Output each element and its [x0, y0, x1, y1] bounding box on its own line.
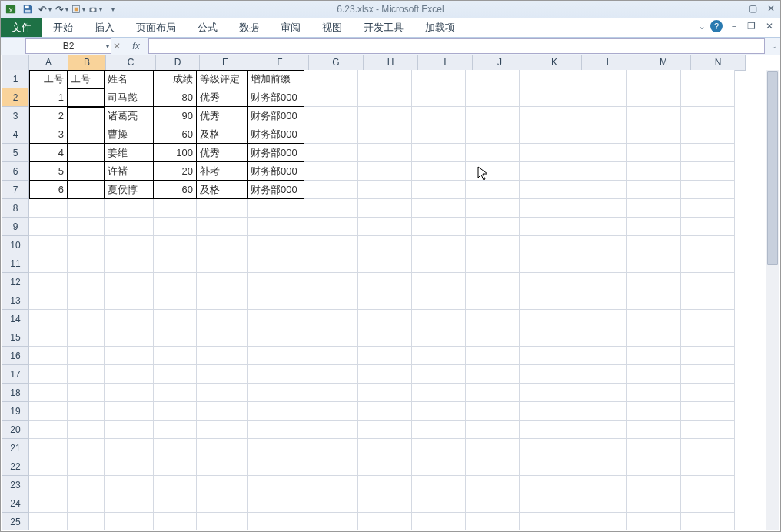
cell[interactable]	[681, 494, 735, 513]
cell[interactable]	[358, 494, 412, 513]
cell[interactable]	[358, 254, 412, 273]
cell[interactable]	[197, 310, 248, 328]
cell[interactable]	[29, 421, 68, 439]
column-header[interactable]: H	[364, 55, 418, 71]
cancel-icon[interactable]: ✕	[111, 41, 122, 52]
cell[interactable]	[627, 162, 681, 181]
cell[interactable]	[466, 254, 520, 273]
cell[interactable]	[466, 402, 520, 421]
cell[interactable]	[29, 476, 68, 494]
cell[interactable]: 80	[154, 88, 197, 107]
ribbon-tab[interactable]: 开始	[42, 18, 84, 37]
cell[interactable]	[68, 181, 105, 199]
cell[interactable]	[68, 328, 105, 347]
cell[interactable]	[520, 236, 573, 254]
cell[interactable]	[105, 236, 154, 254]
cell[interactable]	[248, 439, 304, 457]
cell[interactable]	[466, 439, 520, 457]
row-header[interactable]: 13	[2, 291, 29, 310]
cell[interactable]	[358, 107, 412, 125]
cell[interactable]	[520, 254, 573, 273]
cell[interactable]	[466, 291, 520, 310]
ribbon-options-icon[interactable]: ⌄	[698, 21, 706, 32]
cell[interactable]	[29, 494, 68, 513]
cell[interactable]	[627, 476, 681, 494]
cell[interactable]	[68, 273, 105, 291]
row-header[interactable]: 23	[2, 476, 29, 494]
cell[interactable]: 财务部000	[248, 144, 304, 162]
cell[interactable]	[105, 254, 154, 273]
cell[interactable]	[627, 384, 681, 402]
cell[interactable]	[304, 199, 358, 218]
cell[interactable]: 夏侯惇	[105, 181, 154, 199]
cell[interactable]	[248, 494, 304, 513]
cell[interactable]	[520, 513, 573, 530]
ribbon-tab[interactable]: 审阅	[270, 18, 311, 37]
cell[interactable]	[520, 162, 573, 181]
row-header[interactable]: 19	[2, 402, 29, 421]
ribbon-tab[interactable]: 开发工具	[353, 18, 414, 37]
cell[interactable]	[304, 88, 358, 107]
cell[interactable]	[154, 421, 197, 439]
cell[interactable]	[681, 181, 735, 199]
cell[interactable]	[412, 218, 466, 236]
cell[interactable]	[573, 254, 627, 273]
cell[interactable]	[29, 291, 68, 310]
cell[interactable]	[681, 162, 735, 181]
cell[interactable]	[304, 125, 358, 144]
cell[interactable]	[197, 494, 248, 513]
cell[interactable]	[627, 347, 681, 365]
cell[interactable]	[248, 218, 304, 236]
cell[interactable]	[681, 457, 735, 476]
cell[interactable]	[29, 254, 68, 273]
cell[interactable]: 姓名	[105, 70, 154, 88]
cell[interactable]	[248, 310, 304, 328]
redo-icon[interactable]: ↷▾	[55, 2, 68, 16]
ribbon-tab[interactable]: 页面布局	[125, 18, 187, 37]
cell[interactable]	[412, 236, 466, 254]
cell[interactable]	[358, 328, 412, 347]
cell[interactable]	[573, 218, 627, 236]
cell[interactable]	[520, 457, 573, 476]
cell[interactable]	[197, 365, 248, 384]
row-header[interactable]: 11	[2, 254, 29, 273]
row-header[interactable]: 25	[2, 513, 29, 530]
doc-close-icon[interactable]: ✕	[763, 21, 776, 32]
cell[interactable]	[520, 107, 573, 125]
cell[interactable]	[358, 365, 412, 384]
row-header[interactable]: 15	[2, 328, 29, 347]
cell[interactable]	[681, 199, 735, 218]
cell[interactable]	[520, 291, 573, 310]
cell[interactable]: 财务部000	[248, 88, 304, 107]
cell[interactable]	[681, 476, 735, 494]
row-header[interactable]: 24	[2, 494, 29, 513]
cell[interactable]	[248, 254, 304, 273]
cell[interactable]	[304, 70, 358, 88]
cell[interactable]	[105, 328, 154, 347]
row-header[interactable]: 9	[2, 218, 29, 236]
cell[interactable]	[304, 365, 358, 384]
cell[interactable]	[627, 494, 681, 513]
cell[interactable]	[681, 236, 735, 254]
cell[interactable]	[304, 494, 358, 513]
cell[interactable]: 诸葛亮	[105, 107, 154, 125]
cell[interactable]	[681, 291, 735, 310]
cell[interactable]: 4	[29, 144, 68, 162]
maximize-icon[interactable]: ▢	[746, 2, 759, 14]
cell[interactable]	[105, 273, 154, 291]
cell[interactable]	[412, 254, 466, 273]
cell[interactable]	[627, 70, 681, 88]
cell[interactable]	[412, 384, 466, 402]
cell[interactable]	[154, 384, 197, 402]
cell[interactable]	[358, 88, 412, 107]
cell[interactable]	[412, 162, 466, 181]
cell[interactable]	[197, 439, 248, 457]
cell[interactable]	[105, 402, 154, 421]
cell[interactable]	[681, 402, 735, 421]
column-header[interactable]: G	[309, 55, 364, 71]
cell[interactable]	[68, 384, 105, 402]
cell[interactable]	[627, 218, 681, 236]
row-header[interactable]: 20	[2, 421, 29, 439]
cell[interactable]	[681, 107, 735, 125]
cell[interactable]	[412, 273, 466, 291]
